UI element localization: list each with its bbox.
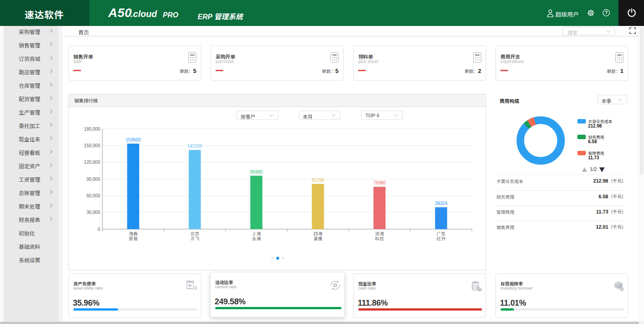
svg-text:150,000: 150,000: [84, 143, 101, 148]
svg-text:60,000: 60,000: [86, 193, 100, 198]
svg-text:洪海: 洪海: [375, 231, 384, 236]
svg-text:95990: 95990: [250, 170, 263, 175]
svg-text:音像: 音像: [314, 236, 322, 241]
svg-text:广东: 广东: [436, 231, 445, 236]
svg-text:120,000: 120,000: [84, 160, 101, 165]
svg-text:上海: 上海: [252, 231, 261, 236]
svg-text:90,000: 90,000: [86, 177, 100, 182]
svg-text:39324: 39324: [435, 201, 447, 206]
svg-text:81258: 81258: [312, 178, 324, 183]
svg-text:正飞: 正飞: [191, 236, 199, 241]
svg-text:永通: 永通: [252, 236, 261, 241]
svg-text:¥: ¥: [334, 283, 336, 287]
svg-text:180,000: 180,000: [84, 127, 101, 132]
svg-text:153600: 153600: [126, 137, 141, 142]
svg-text:75980: 75980: [373, 180, 386, 185]
svg-text:海鑫: 海鑫: [129, 231, 138, 236]
svg-text:0: 0: [97, 227, 100, 232]
svg-text:红升: 红升: [436, 236, 445, 241]
svg-text:?: ?: [605, 10, 607, 15]
svg-text:30,000: 30,000: [86, 210, 100, 215]
svg-text:北京: 北京: [191, 231, 199, 236]
svg-text:四海: 四海: [314, 231, 322, 236]
svg-text:142100: 142100: [187, 144, 203, 149]
svg-text:贸易: 贸易: [129, 236, 138, 241]
svg-text:科技: 科技: [375, 236, 384, 241]
